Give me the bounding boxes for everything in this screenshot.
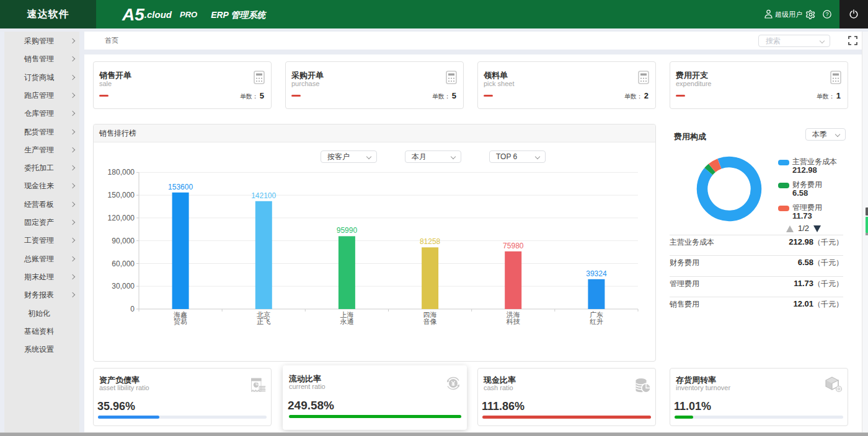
svg-text:30,000: 30,000: [112, 282, 135, 290]
svg-text:81258: 81258: [420, 237, 441, 246]
svg-text:120,000: 120,000: [108, 214, 135, 222]
svg-text:正飞: 正飞: [257, 318, 270, 325]
svg-text:95990: 95990: [337, 226, 358, 235]
svg-text:142100: 142100: [251, 191, 276, 200]
svg-text:科技: 科技: [506, 318, 520, 325]
svg-text:贸易: 贸易: [174, 318, 187, 325]
svg-text:150,000: 150,000: [108, 191, 135, 199]
svg-text:153600: 153600: [168, 183, 193, 191]
svg-text:90,000: 90,000: [112, 237, 135, 245]
svg-text:0: 0: [130, 305, 135, 313]
svg-text:180,000: 180,000: [108, 168, 135, 177]
svg-text:?: ?: [825, 11, 828, 17]
svg-text:音像: 音像: [423, 318, 437, 325]
svg-text:永通: 永通: [340, 318, 353, 325]
svg-text:75980: 75980: [503, 242, 524, 250]
svg-text:60,000: 60,000: [112, 259, 135, 268]
svg-text:红升: 红升: [590, 318, 603, 325]
svg-text:39324: 39324: [586, 269, 607, 278]
